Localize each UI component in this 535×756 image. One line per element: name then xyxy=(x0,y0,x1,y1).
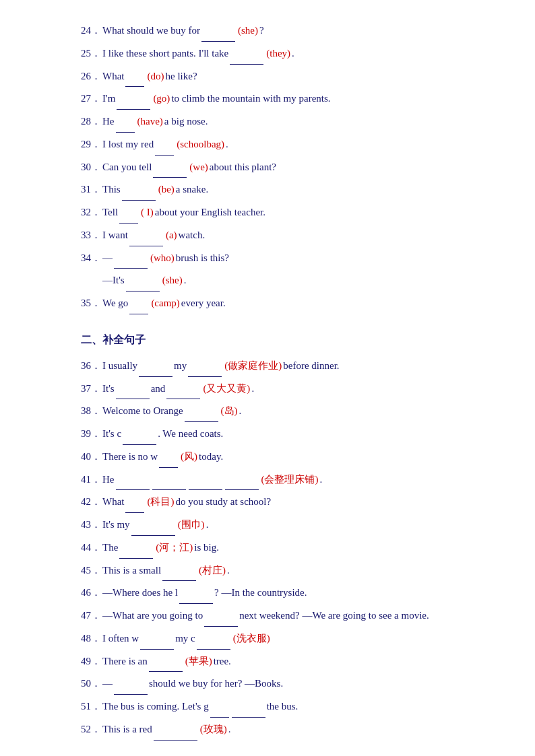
line-number: 52． xyxy=(81,719,102,740)
exercise-line: 43． It's my (围巾). xyxy=(81,514,495,536)
sentence-text: . xyxy=(320,469,323,490)
sentence-text: We go xyxy=(102,293,128,314)
answer-blank xyxy=(185,401,218,422)
sentence-text: He xyxy=(102,469,115,490)
sentence-text: What xyxy=(102,66,124,87)
answer-blank xyxy=(119,537,153,559)
answer-blank xyxy=(179,582,213,604)
hint-text: (who) xyxy=(150,248,175,269)
hint-text: (they) xyxy=(266,43,290,64)
hint-text: (go) xyxy=(153,88,170,109)
answer-blank xyxy=(131,514,175,536)
hint-text: (会整理床铺) xyxy=(261,469,319,490)
sentence-text: and xyxy=(151,378,166,399)
exercise-line: 46． —Where does he l ? —In the countrysi… xyxy=(81,582,495,604)
sentence-text: Tell xyxy=(102,202,118,223)
exercise-line: 34． — (who) brush is this? xyxy=(81,248,495,269)
hint-text: (玫瑰) xyxy=(200,719,227,740)
line-number: 40． xyxy=(81,446,102,467)
answer-blank xyxy=(122,179,156,201)
sentence-text: the bus. xyxy=(267,696,298,717)
line-number: 43． xyxy=(81,514,102,535)
line-number: 28． xyxy=(81,111,102,132)
line-number: 33． xyxy=(81,225,102,246)
sentence-text: to climb the mountain with my parents. xyxy=(171,88,330,109)
line-number: 31． xyxy=(81,179,102,200)
sentence-text: I want xyxy=(102,225,128,246)
sentence-text: he like? xyxy=(165,66,197,87)
answer-blank xyxy=(155,134,174,156)
sentence-text: This xyxy=(102,179,121,200)
hint-text: (a) xyxy=(166,225,177,246)
exercise-line: 39． It's c . We need coats. xyxy=(81,423,495,445)
exercise-line: 50． — should we buy for her? —Books. xyxy=(81,673,495,695)
exercise-line: 48． I often w my c (洗衣服) xyxy=(81,628,495,650)
sentence-text: . xyxy=(226,134,228,155)
hint-text: (have) xyxy=(137,111,163,132)
exercise-line: 47． —What are you going to next weekend?… xyxy=(81,605,495,627)
sentence-text: I'm xyxy=(102,88,115,109)
answer-blank xyxy=(149,651,183,673)
answer-blank xyxy=(201,20,235,42)
answer-blank xyxy=(197,628,230,650)
line-number: 51． xyxy=(81,696,102,717)
sentence-text: The xyxy=(102,537,118,558)
sentence-text: a snake. xyxy=(176,179,208,200)
sentence-text: tree. xyxy=(214,651,231,672)
line-number: 25． xyxy=(81,43,102,64)
line-number: 46． xyxy=(81,582,102,603)
hint-text: (苹果) xyxy=(185,651,212,672)
answer-blank xyxy=(166,378,200,400)
hint-text: (科目) xyxy=(147,491,174,512)
exercise-line: 52． This is a red (玫瑰). xyxy=(81,719,495,741)
line-number: 48． xyxy=(81,628,102,649)
sentence-text: Can you tell xyxy=(102,157,152,178)
sentence-text: ? —In the countryside. xyxy=(214,582,307,603)
sentence-text: a big nose. xyxy=(164,111,208,132)
line-number: 27． xyxy=(81,88,102,109)
sentence-text: my xyxy=(174,355,187,376)
hint-text: (河；江) xyxy=(156,537,193,558)
sentence-text: . xyxy=(227,560,230,581)
answer-blank xyxy=(189,469,222,491)
sentence-text: about this plant? xyxy=(210,157,276,178)
sentence-text: There is no w xyxy=(102,446,158,467)
sentence-text: before dinner. xyxy=(283,355,339,376)
exercise-line: 44． The (河；江) is big. xyxy=(81,537,495,559)
exercise-line: 38． Welcome to Orange (岛). xyxy=(81,401,495,422)
answer-blank xyxy=(140,628,174,650)
exercise-line: 36． I usually my (做家庭作业) before dinner. xyxy=(81,355,495,377)
line-number: 42． xyxy=(81,491,102,512)
exercise-line: 29． I lost my red (schoolbag). xyxy=(81,134,495,156)
sentence-text: Welcome to Orange xyxy=(102,401,183,421)
exercise-line: 45． This is a small (村庄). xyxy=(81,560,495,582)
sentence-text: . xyxy=(228,719,231,740)
answer-blank xyxy=(225,469,259,491)
answer-blank xyxy=(159,446,178,468)
exercise-line: 40． There is no w (风) today. xyxy=(81,446,495,468)
exercise-line: 24． What should we buy for (she)? xyxy=(81,20,495,42)
answer-blank xyxy=(125,491,144,513)
exercise-line: 30． Can you tell (we) about this plant? xyxy=(81,157,495,178)
sentence-text: What should we buy for xyxy=(102,20,200,41)
sentence-text: I like these short pants. I'll take xyxy=(102,43,228,64)
answer-blank xyxy=(116,111,135,133)
exercise-line: 37． It's and (又大又黄). xyxy=(81,378,495,400)
sentence-text: . xyxy=(251,378,254,399)
answer-blank xyxy=(153,157,187,178)
sentence-text: The bus is coming. Let's g xyxy=(102,696,209,717)
line-number: 38． xyxy=(81,401,102,421)
sentence-text: . xyxy=(292,43,294,64)
exercise-line: 51． The bus is coming. Let's g the bus. xyxy=(81,696,495,718)
sentence-text: This is a red xyxy=(102,719,152,740)
exercise-line: 25． I like these short pants. I'll take … xyxy=(81,43,495,65)
line-number: 37． xyxy=(81,378,102,399)
sentence-text: . We need coats. xyxy=(158,423,223,444)
sentence-text: It's xyxy=(102,378,115,399)
hint-text: (schoolbag) xyxy=(177,134,224,155)
sentence-text: There is an xyxy=(102,651,148,672)
sentence-text: It's my xyxy=(102,514,130,535)
sentence-text: . xyxy=(239,401,242,421)
sentence-text: I lost my red xyxy=(102,134,154,155)
answer-blank xyxy=(129,225,163,246)
